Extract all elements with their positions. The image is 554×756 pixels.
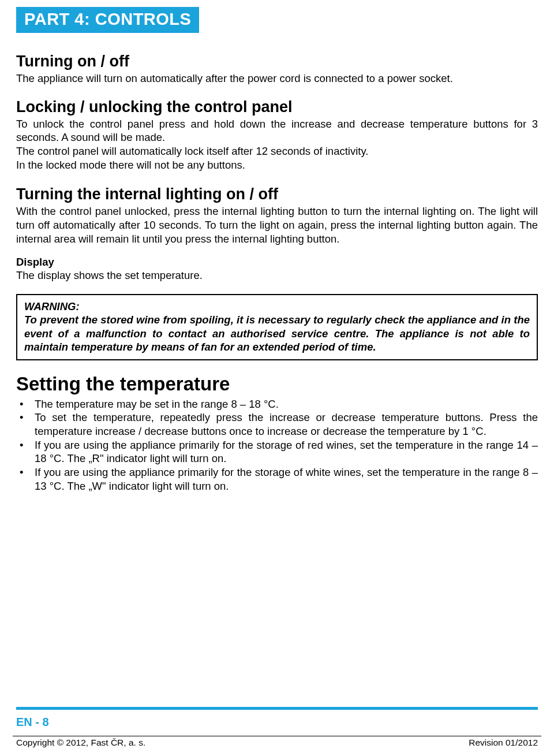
warning-box: WARNING: To prevent the stored wine from…: [16, 294, 538, 360]
copyright-text: Copyright © 2012, Fast ČR, a. s.: [16, 738, 145, 748]
footer-rule: [16, 707, 538, 710]
warning-label: WARNING:: [24, 300, 530, 313]
body-locking-2: The control panel will automatically loc…: [16, 144, 538, 158]
list-item: To set the temperature, repeatedly press…: [30, 411, 538, 438]
body-lighting: With the control panel unlocked, press t…: [16, 204, 538, 245]
heading-turning-on-off: Turning on / off: [16, 53, 538, 70]
heading-display: Display: [16, 256, 538, 269]
setting-temp-list: The temperature may be set in the range …: [16, 397, 538, 493]
body-turning: The appliance will turn on automatically…: [16, 72, 538, 85]
list-item: The temperature may be set in the range …: [30, 397, 538, 411]
warning-body: To prevent the stored wine from spoiling…: [24, 313, 530, 353]
part-banner: PART 4: CONTROLS: [16, 7, 199, 33]
body-locking-1: To unlock the control panel press and ho…: [16, 117, 538, 144]
heading-locking: Locking / unlocking the control panel: [16, 98, 538, 116]
page-footer: EN - 8 Copyright © 2012, Fast ČR, a. s. …: [16, 707, 538, 748]
list-item: If you are using the appliance primarily…: [30, 465, 538, 493]
body-locking-3: In the locked mode there will not be any…: [16, 158, 538, 172]
list-item: If you are using the appliance primarily…: [30, 438, 538, 465]
heading-setting-temp: Setting the temperature: [16, 373, 538, 395]
revision-text: Revision 01/2012: [469, 738, 538, 748]
heading-lighting: Turning the internal lighting on / off: [16, 185, 538, 203]
page-number: EN - 8: [16, 716, 538, 729]
body-display: The display shows the set temperature.: [16, 269, 538, 282]
